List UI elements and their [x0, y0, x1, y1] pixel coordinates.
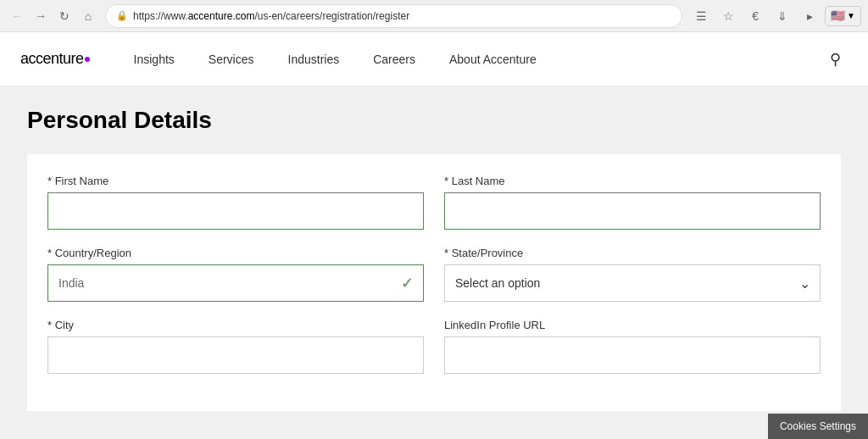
first-name-group: * First Name [47, 175, 424, 230]
page-content: Personal Details * First Name * Last Nam… [0, 86, 868, 439]
personal-details-form: * First Name * Last Name * Country/Regio… [27, 154, 841, 411]
city-input[interactable] [47, 336, 424, 374]
personal-details-title: Personal Details [27, 107, 841, 134]
linkedin-input[interactable] [444, 336, 821, 374]
security-icon: 🔒 [116, 10, 128, 21]
nav-buttons: ← → ↻ ⌂ [7, 6, 98, 26]
last-name-input[interactable] [444, 192, 821, 230]
city-linkedin-row: * City LinkedIn Profile URL [47, 319, 821, 374]
nav-links: Insights Services Industries Careers Abo… [117, 32, 823, 86]
nav-insights[interactable]: Insights [117, 32, 192, 86]
first-name-label: * First Name [47, 175, 424, 187]
chevron-down-icon: ▼ [847, 11, 855, 20]
nav-careers[interactable]: Careers [356, 32, 432, 86]
pocket-button[interactable]: € [743, 4, 767, 28]
nav-industries[interactable]: Industries [271, 32, 357, 86]
nav-right: ⚲ [823, 43, 848, 75]
website-content: accenture Insights Services Industries C… [0, 32, 868, 439]
logo[interactable]: accenture [20, 50, 90, 68]
nav-services[interactable]: Services [192, 32, 271, 86]
url-text: https://www.accenture.com/us-en/careers/… [133, 10, 409, 22]
cookies-settings-button[interactable]: Cookies Settings [768, 414, 868, 439]
bookmarks-button[interactable]: ☰ [689, 4, 713, 28]
back-button[interactable]: ← [7, 6, 27, 26]
home-button[interactable]: ⌂ [78, 6, 98, 26]
download-button[interactable]: ⇓ [771, 4, 794, 28]
section-divider [27, 411, 841, 425]
top-nav: accenture Insights Services Industries C… [0, 32, 868, 86]
logo-text: accenture [20, 50, 84, 68]
state-label: * State/Province [444, 247, 821, 259]
linkedin-label: LinkedIn Profile URL [444, 319, 821, 331]
country-group: * Country/Region ✓ [47, 247, 424, 302]
last-name-group: * Last Name [444, 175, 821, 230]
country-label: * Country/Region [47, 247, 424, 259]
linkedin-group: LinkedIn Profile URL [444, 319, 821, 374]
name-row: * First Name * Last Name [47, 175, 821, 230]
browser-actions: ☰ ☆ € ⇓ ▸ 🇺🇸 ▼ [689, 4, 861, 28]
reload-button[interactable]: ↻ [54, 6, 75, 26]
logo-dot [85, 57, 90, 62]
state-select-wrapper: Select an option ⌄ [444, 264, 821, 302]
nav-about[interactable]: About Accenture [432, 32, 554, 86]
forward-button[interactable]: → [31, 6, 51, 26]
state-select[interactable]: Select an option [444, 264, 821, 302]
star-button[interactable]: ☆ [716, 4, 740, 28]
city-group: * City [47, 319, 424, 374]
state-group: * State/Province Select an option ⌄ [444, 247, 821, 302]
first-name-input[interactable] [47, 192, 424, 230]
last-name-label: * Last Name [444, 175, 821, 187]
flag-icon: 🇺🇸 [831, 9, 845, 22]
extensions-button[interactable]: ▸ [798, 4, 821, 28]
city-label: * City [47, 319, 424, 331]
browser-chrome: ← → ↻ ⌂ 🔒 https://www.accenture.com/us-e… [0, 0, 868, 32]
checkmark-icon: ✓ [401, 274, 414, 292]
language-selector[interactable]: 🇺🇸 ▼ [825, 6, 861, 26]
country-input[interactable] [47, 264, 424, 302]
country-input-wrapper: ✓ [47, 264, 424, 302]
address-bar[interactable]: 🔒 https://www.accenture.com/us-en/career… [105, 4, 682, 28]
country-state-row: * Country/Region ✓ * State/Province Sele… [47, 247, 821, 302]
search-button[interactable]: ⚲ [823, 43, 848, 75]
